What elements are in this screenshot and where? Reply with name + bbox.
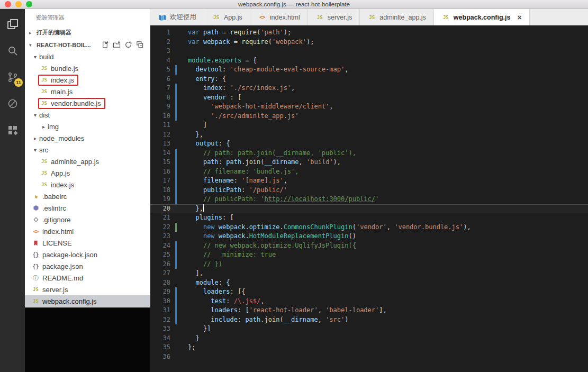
html-file-icon: <> <box>258 13 267 22</box>
debug-icon[interactable] <box>0 90 25 117</box>
source-control-icon[interactable]: 11 <box>0 64 25 90</box>
code-line-31[interactable]: 31 loaders: ['react-hot-loader', 'babel-… <box>150 306 588 315</box>
tree-file-README.md[interactable]: ⓘREADME.md <box>25 272 150 284</box>
tree-item-content: ⓘREADME.md <box>30 273 87 284</box>
code-line-25[interactable]: 25 // minimize: true <box>150 250 588 260</box>
extensions-icon[interactable] <box>0 117 25 143</box>
tab-close-icon[interactable]: × <box>518 14 522 21</box>
tab-欢迎使用[interactable]: 欢迎使用 <box>150 9 204 25</box>
tab-server.js[interactable]: JSserver.js <box>308 9 360 25</box>
code-line-14[interactable]: 14 // path: path.join(__dirname, 'public… <box>150 149 588 158</box>
tree-folder-build[interactable]: ▾build <box>25 51 150 62</box>
tree-item-content: JSmain.js <box>38 86 77 97</box>
code-line-36[interactable]: 36 <box>150 352 588 362</box>
tree-item-content: ▸img <box>38 121 63 132</box>
js-file-icon: JS <box>31 285 40 294</box>
code-line-2[interactable]: 2var webpack = require('webpack'); <box>150 38 588 47</box>
code-line-32[interactable]: 32 include: path.join(__dirname, 'src') <box>150 315 588 325</box>
tree-folder-src[interactable]: ▾src <box>25 144 150 156</box>
code-line-28[interactable]: 28 module: { <box>150 278 588 288</box>
tree-file-webpack.config.js[interactable]: JSwebpack.config.js <box>25 295 150 307</box>
tree-file-vendor.bundle.js[interactable]: JSvendor.bundle.js <box>25 97 150 109</box>
code-line-24[interactable]: 24 // new webpack.optimize.UglifyJsPlugi… <box>150 241 588 251</box>
code-line-22[interactable]: 22 new webpack.optimize.CommonsChunkPlug… <box>150 223 588 232</box>
tree-file-.babelrc[interactable]: .babelrc <box>25 190 150 202</box>
tree-item-content: JSwebpack.config.js <box>30 296 101 307</box>
code-line-text: include: path.join(__dirname, 'src') <box>177 315 349 325</box>
collapse-all-icon[interactable] <box>136 41 144 49</box>
close-window-button[interactable] <box>5 1 11 7</box>
zoom-window-button[interactable] <box>26 1 32 7</box>
babel-file-icon <box>31 192 40 201</box>
new-file-icon[interactable] <box>101 41 109 49</box>
code-line-7[interactable]: 7 index: './src/index.js', <box>150 84 588 93</box>
code-line-18[interactable]: 18 publicPath: '/public/' <box>150 186 588 195</box>
code-line-35[interactable]: 35}; <box>150 343 588 352</box>
tree-file-server.js[interactable]: JSserver.js <box>25 284 150 295</box>
code-line-21[interactable]: 21 plugins: [ <box>150 213 588 223</box>
code-line-13[interactable]: 13 output: { <box>150 139 588 149</box>
refresh-icon[interactable] <box>124 41 132 49</box>
search-icon[interactable] <box>0 38 25 64</box>
minimize-window-button[interactable] <box>15 1 22 7</box>
tree-file-.gitignore[interactable]: .gitignore <box>25 214 150 225</box>
code-line-9[interactable]: 9 'webpack-hot-middleware/client', <box>150 102 588 112</box>
code-line-30[interactable]: 30 test: /\.js$/, <box>150 297 588 306</box>
tree-item-label: adminlte_app.js <box>51 158 99 166</box>
code-line-15[interactable]: 15 path: path.join(__dirname, 'build'), <box>150 158 588 167</box>
tree-file-main.js[interactable]: JSmain.js <box>25 86 150 97</box>
tree-file-adminlte_app.js[interactable]: JSadminlte_app.js <box>25 156 150 167</box>
project-section-header[interactable]: ▾ REACT-HOT-BOIL... <box>25 39 150 51</box>
line-number: 16 <box>150 167 170 177</box>
code-line-33[interactable]: 33 }] <box>150 324 588 334</box>
code-line-text: // filename: 'bundle.js', <box>177 167 299 177</box>
code-line-34[interactable]: 34 } <box>150 334 588 343</box>
tab-webpack.config.js[interactable]: JSwebpack.config.js× <box>434 9 530 25</box>
tab-index.html[interactable]: <>index.html <box>250 9 308 25</box>
open-editors-section[interactable]: ▸ 打开的编辑器 <box>25 26 150 39</box>
code-line-26[interactable]: 26 // }) <box>150 260 588 269</box>
code-line-20[interactable]: 20 }, <box>150 204 588 214</box>
tree-file-bundle.js[interactable]: JSbundle.js <box>25 62 150 74</box>
code-line-29[interactable]: 29 loaders: [{ <box>150 287 588 297</box>
code-line-23[interactable]: 23 new webpack.HotModuleReplacementPlugi… <box>150 232 588 241</box>
js-file-icon: JS <box>40 180 49 189</box>
project-name-label: REACT-HOT-BOIL... <box>37 42 91 48</box>
tree-folder-dist[interactable]: ▾dist <box>25 109 150 121</box>
tree-folder-node_modules[interactable]: ▸node_modules <box>25 132 150 144</box>
tree-item-label: App.js <box>51 169 70 177</box>
tree-file-.eslintrc[interactable]: .eslintrc <box>25 202 150 214</box>
code-line-17[interactable]: 17 filename: '[name].js', <box>150 176 588 186</box>
code-line-12[interactable]: 12 }, <box>150 130 588 140</box>
tree-file-App.js[interactable]: JSApp.js <box>25 167 150 179</box>
tab-label: webpack.config.js <box>454 14 511 21</box>
tree-file-package.json[interactable]: {}package.json <box>25 260 150 272</box>
tree-file-index.html[interactable]: <>index.html <box>25 225 150 237</box>
code-line-19[interactable]: 19 // publicPath: 'http://localhost:3000… <box>150 195 588 204</box>
code-line-1[interactable]: 1var path = require('path'); <box>150 28 588 38</box>
code-line-10[interactable]: 10 './src/adminlte_app.js' <box>150 112 588 121</box>
js-file-icon: JS <box>40 157 49 166</box>
new-folder-icon[interactable] <box>113 41 121 49</box>
tree-file-index.js[interactable]: JSindex.js <box>25 179 150 190</box>
code-line-8[interactable]: 8 vendor : [ <box>150 93 588 103</box>
code-line-4[interactable]: 4module.exports = { <box>150 56 588 66</box>
info-file-icon: ⓘ <box>31 274 40 282</box>
tree-item-content: .eslintrc <box>30 203 70 214</box>
code-line-6[interactable]: 6 entry: { <box>150 75 588 84</box>
explorer-icon[interactable] <box>0 11 25 38</box>
tab-adminlte_app.js[interactable]: JSadminlte_app.js <box>360 9 434 25</box>
tree-file-LICENSE[interactable]: LICENSE <box>25 237 150 249</box>
editor[interactable]: 1var path = require('path');2var webpack… <box>150 25 588 372</box>
code-line-3[interactable]: 3 <box>150 47 588 56</box>
tree-item-content: LICENSE <box>30 238 76 249</box>
tab-App.js[interactable]: JSApp.js <box>204 9 250 25</box>
code-line-11[interactable]: 11 ] <box>150 121 588 130</box>
tree-file-package-lock.json[interactable]: {}package-lock.json <box>25 249 150 260</box>
tree-folder-img[interactable]: ▸img <box>25 121 150 132</box>
code-line-text: index: './src/index.js', <box>177 84 295 93</box>
tree-file-index.js[interactable]: JSindex.js <box>25 74 150 86</box>
code-line-16[interactable]: 16 // filename: 'bundle.js', <box>150 167 588 177</box>
code-line-5[interactable]: 5 devtool: 'cheap-module-eval-source-map… <box>150 65 588 75</box>
code-line-27[interactable]: 27 ], <box>150 269 588 278</box>
